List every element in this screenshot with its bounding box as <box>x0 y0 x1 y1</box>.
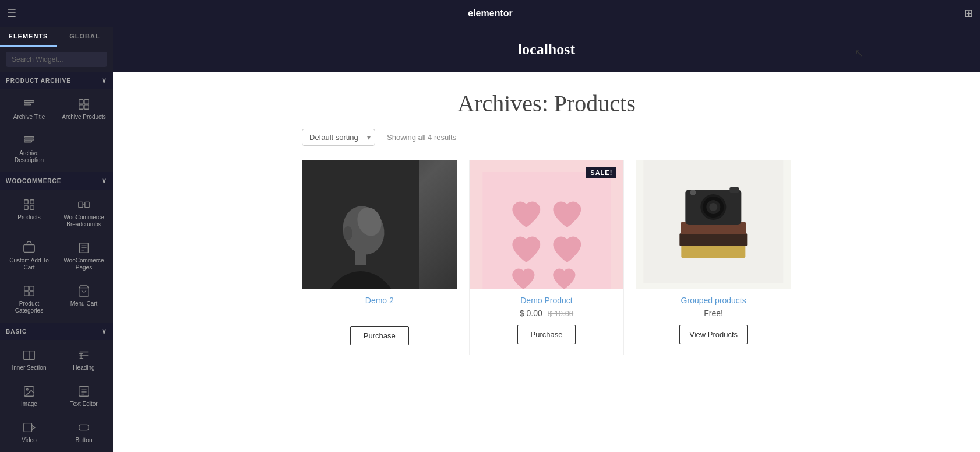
svg-rect-10 <box>30 200 34 204</box>
woocommerce-widgets: Products WooCommerce Breadcrumbs Custom … <box>0 190 113 323</box>
product-image-demo2 <box>302 160 457 289</box>
product-image-hearts-visual <box>470 160 624 289</box>
hamburger-menu-icon[interactable]: ☰ <box>7 7 16 20</box>
widget-inner-section[interactable]: Inner Section <box>2 342 56 377</box>
svg-rect-6 <box>24 137 34 138</box>
widget-inner-section-label: Inner Section <box>12 365 47 372</box>
product-name-grouped[interactable]: Grouped products <box>636 296 791 305</box>
svg-rect-7 <box>24 139 34 140</box>
widget-woo-pages[interactable]: WooCommerce Pages <box>57 235 111 277</box>
site-header: localhost <box>125 35 968 64</box>
svg-rect-24 <box>30 292 34 296</box>
website-preview: ↖ localhost Archives: Products Default s… <box>113 27 980 452</box>
basic-widgets: Inner Section T Heading Image Text Edito… <box>0 340 113 452</box>
widget-product-categories-label: Product Categories <box>5 300 54 314</box>
widget-menu-cart-label: Menu Cart <box>70 300 98 307</box>
widget-archive-products-label: Archive Products <box>62 114 106 121</box>
view-products-button-grouped[interactable]: View Products <box>679 325 748 344</box>
product-card-grouped: Grouped products Free! View Products <box>636 160 791 355</box>
purchase-button-demo-product[interactable]: Purchase <box>517 325 576 344</box>
sidebar-collapse-button[interactable]: ◀ <box>112 228 113 251</box>
section-basic[interactable]: BASIC ∨ <box>0 323 113 340</box>
product-categories-icon <box>20 284 38 298</box>
section-product-archive[interactable]: PRODUCT ARCHIVE ∨ <box>0 72 113 89</box>
svg-rect-4 <box>79 105 83 109</box>
svg-rect-21 <box>24 286 29 290</box>
widget-button-label: Button <box>76 437 93 444</box>
widget-custom-add-to-cart[interactable]: Custom Add To Cart <box>2 235 56 277</box>
widget-woo-pages-label: WooCommerce Pages <box>59 257 108 271</box>
svg-rect-0 <box>24 101 34 103</box>
main-layout: ELEMENTS GLOBAL PRODUCT ARCHIVE ∨ Archiv… <box>0 27 980 452</box>
search-input[interactable] <box>6 52 107 67</box>
product-name-demo-product[interactable]: Demo Product <box>470 296 624 305</box>
widget-archive-title[interactable]: Archive Title <box>2 92 56 127</box>
widget-heading[interactable]: T Heading <box>57 342 111 377</box>
svg-rect-9 <box>24 200 28 204</box>
archive-title: Archives: Products <box>113 90 980 117</box>
section-woocommerce-label: WOOCOMMERCE <box>6 178 61 184</box>
svg-rect-1 <box>24 104 31 105</box>
grid-menu-icon[interactable]: ⊞ <box>964 7 973 20</box>
widget-archive-products[interactable]: Archive Products <box>57 92 111 127</box>
svg-rect-37 <box>79 425 89 430</box>
widget-menu-cart[interactable]: Menu Cart <box>57 278 111 320</box>
widget-archive-title-label: Archive Title <box>13 114 45 121</box>
widget-product-categories[interactable]: Product Categories <box>2 278 56 320</box>
svg-rect-45 <box>355 251 366 265</box>
shop-toolbar: Default sorting Showing all 4 results <box>302 129 791 146</box>
widget-text-editor[interactable]: Text Editor <box>57 379 111 414</box>
svg-rect-31 <box>79 387 89 397</box>
woo-breadcrumbs-icon <box>75 198 93 212</box>
widget-image[interactable]: Image <box>2 379 56 414</box>
archive-products-icon <box>75 97 93 111</box>
svg-rect-14 <box>85 202 89 207</box>
results-count: Showing all 4 results <box>387 133 456 142</box>
widget-archive-description[interactable]: Archive Description <box>2 128 56 170</box>
svg-rect-3 <box>84 100 89 104</box>
widget-video[interactable]: Video <box>2 415 56 450</box>
product-image-demo2-visual <box>302 160 457 289</box>
svg-rect-2 <box>79 100 83 104</box>
widget-text-editor-label: Text Editor <box>70 401 97 408</box>
svg-point-30 <box>26 388 28 390</box>
product-name-demo2[interactable]: Demo 2 <box>302 296 457 305</box>
widget-button[interactable]: Button <box>57 415 111 450</box>
section-woocommerce[interactable]: WOOCOMMERCE ∨ <box>0 172 113 190</box>
widget-woo-breadcrumbs[interactable]: WooCommerce Breadcrumbs <box>57 192 111 234</box>
section-basic-label: BASIC <box>6 328 27 335</box>
widget-products-label: Products <box>17 214 40 221</box>
section-product-archive-label: PRODUCT ARCHIVE <box>6 78 71 84</box>
archive-title-icon <box>20 97 38 111</box>
woo-pages-icon <box>75 241 93 255</box>
site-title: localhost <box>506 33 587 66</box>
widget-products[interactable]: Products <box>2 192 56 234</box>
widget-heading-label: Heading <box>73 365 94 372</box>
svg-point-57 <box>710 203 718 211</box>
chevron-down-icon-basic: ∨ <box>101 327 107 335</box>
svg-marker-36 <box>32 425 36 429</box>
product-price-demo-product: $ 0.00 $ 10.00 <box>470 309 624 318</box>
archive-description-icon <box>20 134 38 148</box>
product-archive-widgets: Archive Title Archive Products Archive D… <box>0 89 113 172</box>
svg-rect-23 <box>24 292 29 296</box>
svg-rect-58 <box>730 187 739 193</box>
sort-select-wrap: Default sorting <box>302 129 375 146</box>
video-icon <box>20 421 38 435</box>
tab-global[interactable]: GLOBAL <box>57 27 113 47</box>
widget-image-label: Image <box>21 401 37 408</box>
purchase-button-demo2[interactable]: Purchase <box>350 326 409 345</box>
svg-rect-48 <box>482 172 611 289</box>
product-image-demo-product: SALE! <box>470 160 624 289</box>
sort-select[interactable]: Default sorting <box>302 129 375 146</box>
product-image-camera-visual <box>636 160 791 289</box>
svg-rect-50 <box>682 245 746 258</box>
sidebar-tabs: ELEMENTS GLOBAL <box>0 27 113 47</box>
product-card-demo-product: SALE! Demo Product $ 0.00 $ 10.00 Purcha… <box>469 160 625 355</box>
tab-elements[interactable]: ELEMENTS <box>0 27 57 47</box>
preview-header: localhost <box>113 27 980 72</box>
widget-custom-add-to-cart-label: Custom Add To Cart <box>5 257 54 271</box>
svg-point-47 <box>343 226 352 240</box>
svg-rect-16 <box>24 245 34 253</box>
svg-rect-51 <box>680 233 748 246</box>
